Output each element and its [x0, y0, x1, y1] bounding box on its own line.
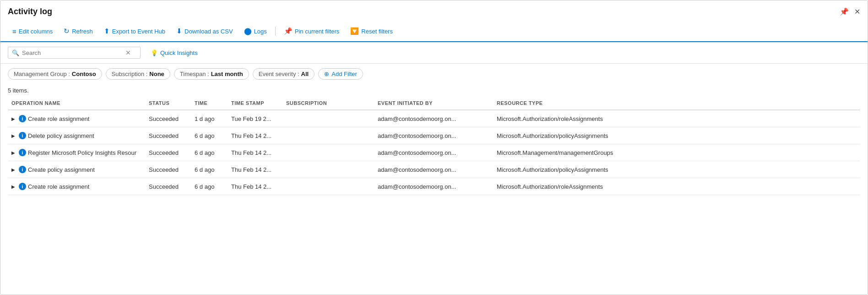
quick-insights-label: Quick Insights: [160, 49, 198, 56]
table-container: OPERATION NAME STATUS TIME TIME STAMP SU…: [0, 97, 868, 195]
subscription-value: None: [149, 71, 164, 77]
cell-operation: ▶ i Register Microsoft Policy Insights R…: [8, 144, 145, 161]
cell-initiated-by: adam@contosodemoorg.on...: [374, 178, 493, 195]
cell-status: Succeeded: [145, 144, 191, 161]
cell-operation: ▶ i Delete policy assignment: [8, 127, 145, 144]
cell-operation: ▶ i Create role assignment: [8, 110, 145, 127]
cell-operation: ▶ i Create role assignment: [8, 178, 145, 195]
cell-subscription: [282, 110, 374, 127]
cell-time: 6 d ago: [191, 178, 228, 195]
event-severity-value: All: [301, 71, 309, 77]
add-filter-icon: ⊕: [324, 71, 329, 77]
management-group-label: Management Group :: [14, 71, 70, 77]
col-header-subscription: SUBSCRIPTION: [282, 97, 374, 110]
subscription-label: Subscription :: [112, 71, 148, 77]
event-severity-filter[interactable]: Event severity : All: [253, 68, 315, 80]
table-row: ▶ i Create role assignment Succeeded 1 d…: [8, 110, 860, 127]
cell-initiated-by: adam@contosodemoorg.on...: [374, 144, 493, 161]
col-header-time: TIME: [191, 97, 228, 110]
cell-resource-type: Microsoft.Management/managementGroups: [493, 144, 860, 161]
cell-subscription: [282, 144, 374, 161]
timespan-label: Timespan :: [180, 71, 209, 77]
cell-status: Succeeded: [145, 110, 191, 127]
operation-name: Create role assignment: [28, 183, 89, 190]
toolbar: ≡ Edit columns ↻ Refresh ⬆ Export to Eve…: [0, 21, 868, 42]
title-bar-right: 📌 ✕: [840, 7, 860, 16]
export-icon: ⬆: [104, 27, 110, 35]
event-severity-label: Event severity :: [259, 71, 299, 77]
add-filter-button[interactable]: ⊕ Add Filter: [318, 68, 363, 80]
add-filter-label: Add Filter: [331, 71, 357, 77]
export-event-hub-label: Export to Event Hub: [112, 28, 165, 35]
cell-time: 1 d ago: [191, 110, 228, 127]
operation-name: Create policy assignment: [28, 166, 95, 173]
edit-columns-label: Edit columns: [19, 28, 53, 35]
cell-subscription: [282, 161, 374, 178]
operation-name: Create role assignment: [28, 115, 89, 122]
cell-initiated-by: adam@contosodemoorg.on...: [374, 110, 493, 127]
search-clear-button[interactable]: ✕: [125, 49, 131, 56]
pin-icon[interactable]: 📌: [840, 7, 849, 16]
table-row: ▶ i Register Microsoft Policy Insights R…: [8, 144, 860, 161]
expand-button[interactable]: ▶: [11, 116, 15, 121]
col-header-resource: RESOURCE TYPE: [493, 97, 860, 110]
col-header-status: STATUS: [145, 97, 191, 110]
pin-filters-button[interactable]: 📌 Pin current filters: [279, 25, 344, 38]
logs-icon: ⬤: [244, 27, 252, 35]
cell-timestamp: Thu Feb 14 2...: [228, 144, 282, 161]
cell-status: Succeeded: [145, 178, 191, 195]
cell-initiated-by: adam@contosodemoorg.on...: [374, 127, 493, 144]
cell-timestamp: Thu Feb 14 2...: [228, 161, 282, 178]
expand-button[interactable]: ▶: [11, 133, 15, 138]
reset-filters-label: Reset filters: [361, 28, 393, 35]
timespan-value: Last month: [211, 71, 243, 77]
reset-filters-button[interactable]: 🔽 Reset filters: [346, 25, 397, 38]
info-icon: i: [19, 183, 26, 190]
subscription-filter[interactable]: Subscription : None: [106, 68, 170, 80]
col-header-initiated: EVENT INITIATED BY: [374, 97, 493, 110]
logs-label: Logs: [254, 28, 267, 35]
info-icon: i: [19, 166, 26, 173]
expand-button[interactable]: ▶: [11, 167, 15, 172]
info-icon: i: [19, 132, 26, 139]
management-group-filter[interactable]: Management Group : Contoso: [8, 68, 102, 80]
col-header-operation: OPERATION NAME: [8, 97, 145, 110]
quick-insights-button[interactable]: 💡 Quick Insights: [146, 47, 202, 59]
filters-row: Management Group : Contoso Subscription …: [0, 64, 868, 84]
cell-operation: ▶ i Create policy assignment: [8, 161, 145, 178]
expand-button[interactable]: ▶: [11, 150, 15, 155]
edit-columns-button[interactable]: ≡ Edit columns: [8, 25, 57, 38]
cell-timestamp: Tue Feb 19 2...: [228, 110, 282, 127]
reset-filters-icon: 🔽: [350, 27, 359, 35]
cell-resource-type: Microsoft.Authorization/roleAssignments: [493, 110, 860, 127]
refresh-button[interactable]: ↻ Refresh: [59, 25, 98, 38]
item-count: 5 items.: [0, 84, 868, 97]
page-title: Activity log: [8, 7, 52, 16]
table-header-row: OPERATION NAME STATUS TIME TIME STAMP SU…: [8, 97, 860, 110]
toolbar-separator: [275, 27, 276, 36]
cell-resource-type: Microsoft.Authorization/policyAssignment…: [493, 127, 860, 144]
download-csv-button[interactable]: ⬇ Download as CSV: [172, 25, 238, 38]
info-icon: i: [19, 115, 26, 122]
search-input[interactable]: [22, 49, 123, 56]
expand-button[interactable]: ▶: [11, 184, 15, 189]
cell-subscription: [282, 127, 374, 144]
pin-filters-icon: 📌: [284, 27, 293, 35]
edit-columns-icon: ≡: [12, 27, 16, 35]
table-row: ▶ i Create policy assignment Succeeded 6…: [8, 161, 860, 178]
search-box: 🔍 ✕: [8, 47, 141, 59]
logs-button[interactable]: ⬤ Logs: [239, 25, 271, 38]
title-bar-left: Activity log: [8, 7, 52, 16]
export-event-hub-button[interactable]: ⬆ Export to Event Hub: [99, 25, 170, 38]
download-icon: ⬇: [176, 27, 182, 35]
pin-filters-label: Pin current filters: [295, 28, 340, 35]
operation-name: Register Microsoft Policy Insights Resou…: [28, 149, 136, 156]
download-csv-label: Download as CSV: [184, 28, 233, 35]
info-icon: i: [19, 149, 26, 156]
cell-subscription: [282, 178, 374, 195]
cell-status: Succeeded: [145, 127, 191, 144]
quick-insights-icon: 💡: [151, 49, 158, 56]
close-icon[interactable]: ✕: [854, 7, 860, 16]
search-icon: 🔍: [12, 49, 19, 56]
timespan-filter[interactable]: Timespan : Last month: [174, 68, 249, 80]
